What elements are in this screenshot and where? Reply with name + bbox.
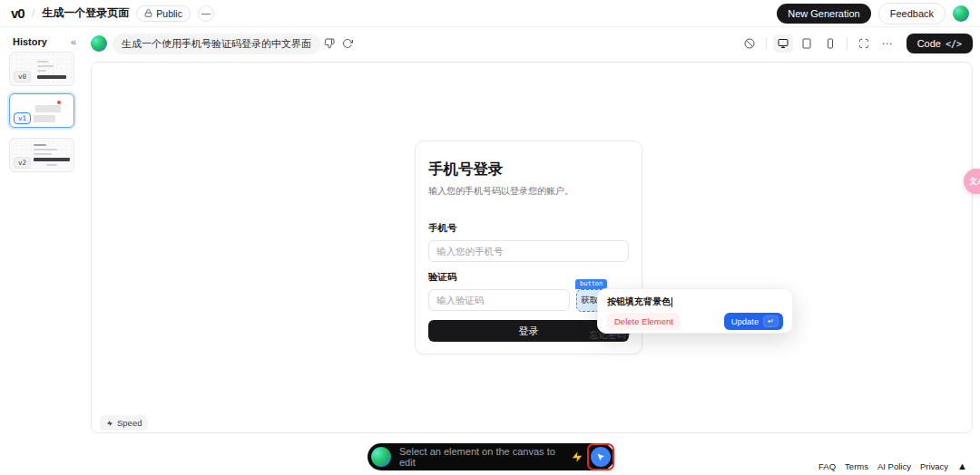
code-input[interactable] bbox=[428, 289, 570, 311]
speed-badge-label: Speed bbox=[117, 418, 142, 428]
mobile-view-icon[interactable] bbox=[820, 34, 840, 53]
version-label: v1 bbox=[14, 112, 31, 124]
top-bar: v0 / 生成一个登录页面 Public — New Generation Fe… bbox=[0, 0, 980, 27]
more-options-icon[interactable]: ⋯ bbox=[877, 34, 897, 53]
version-thumbnail-v1[interactable]: v1 bbox=[9, 93, 74, 128]
thumbs-down-icon[interactable] bbox=[320, 34, 338, 53]
lightning-icon[interactable] bbox=[571, 451, 583, 463]
login-subtitle: 输入您的手机号码以登录您的账户。 bbox=[428, 185, 629, 198]
update-button[interactable]: Update ↵ bbox=[724, 313, 783, 330]
fullscreen-icon[interactable] bbox=[854, 34, 874, 53]
footer-link-terms[interactable]: Terms bbox=[845, 461, 868, 471]
select-element-mode-button[interactable] bbox=[591, 447, 611, 467]
version-label: v0 bbox=[14, 71, 31, 82]
generation-header-row: 生成一个使用手机号验证码登录的中文界面 bbox=[87, 31, 973, 56]
selection-dot bbox=[57, 101, 61, 104]
footer-link-faq[interactable]: FAQ bbox=[818, 461, 836, 471]
bolt-icon bbox=[106, 420, 113, 427]
regenerate-icon[interactable] bbox=[338, 34, 357, 53]
login-title: 手机号登录 bbox=[428, 160, 629, 179]
code-button[interactable]: Code </> bbox=[906, 34, 973, 53]
code-button-label: Code bbox=[917, 38, 941, 49]
text-cursor bbox=[671, 297, 672, 307]
footer-link-ai-policy[interactable]: AI Policy bbox=[877, 461, 911, 471]
history-sidebar: History « v0 v1 v2 bbox=[0, 27, 87, 475]
tablet-view-icon[interactable] bbox=[797, 34, 817, 53]
public-badge[interactable]: Public bbox=[136, 5, 191, 22]
element-edit-popup: 按钮填充背景色 Delete Element Update ↵ bbox=[597, 288, 793, 334]
user-avatar[interactable] bbox=[953, 5, 969, 22]
new-generation-button[interactable]: New Generation bbox=[777, 4, 871, 24]
edit-instruction-text: 按钮填充背景色 bbox=[607, 296, 671, 308]
feedback-button[interactable]: Feedback bbox=[878, 3, 946, 24]
version-thumbnail-v2[interactable]: v2 bbox=[9, 138, 74, 172]
phone-label: 手机号 bbox=[428, 222, 629, 235]
footer-links: FAQ Terms AI Policy Privacy ▲ bbox=[818, 460, 967, 471]
desktop-view-icon[interactable] bbox=[773, 34, 793, 53]
delete-element-button[interactable]: Delete Element bbox=[607, 313, 681, 330]
pointer-icon bbox=[596, 452, 606, 462]
edit-command-bar: Select an element on the canvas to edit bbox=[368, 443, 614, 470]
selected-element-tag: button bbox=[575, 279, 607, 289]
version-thumbnail-v0[interactable]: v0 bbox=[9, 52, 74, 86]
prompt-chip[interactable]: 生成一个使用手机号验证码登录的中文界面 bbox=[113, 34, 320, 54]
version-label: v2 bbox=[14, 157, 31, 169]
public-badge-label: Public bbox=[156, 8, 182, 19]
breadcrumb-separator: / bbox=[32, 6, 35, 20]
preview-toolbar: ⋯ Code </> bbox=[740, 34, 973, 53]
command-bar-placeholder[interactable]: Select an element on the canvas to edit bbox=[399, 446, 571, 468]
project-more-button[interactable]: — bbox=[198, 5, 214, 22]
theme-disabled-icon[interactable] bbox=[740, 34, 760, 53]
project-title[interactable]: 生成一个登录页面 bbox=[42, 5, 129, 21]
assistant-avatar bbox=[91, 35, 107, 52]
history-title: History bbox=[13, 36, 47, 47]
enter-key-icon: ↵ bbox=[763, 315, 779, 327]
phone-input[interactable] bbox=[428, 240, 629, 262]
app-window: v0 / 生成一个登录页面 Public — New Generation Fe… bbox=[0, 0, 980, 475]
collapse-sidebar-icon[interactable]: « bbox=[71, 36, 76, 47]
footer-link-privacy[interactable]: Privacy bbox=[920, 461, 948, 471]
lock-icon bbox=[144, 9, 152, 17]
v0-logo[interactable]: v0 bbox=[11, 5, 24, 21]
command-bar-avatar bbox=[371, 447, 391, 467]
update-button-label: Update bbox=[731, 316, 760, 326]
code-brackets-icon: </> bbox=[946, 39, 962, 49]
vercel-logo-icon[interactable]: ▲ bbox=[957, 460, 967, 471]
edit-instruction-input[interactable]: 按钮填充背景色 bbox=[607, 296, 783, 308]
translate-icon: 文A bbox=[969, 176, 980, 188]
speed-badge[interactable]: Speed bbox=[100, 415, 148, 431]
